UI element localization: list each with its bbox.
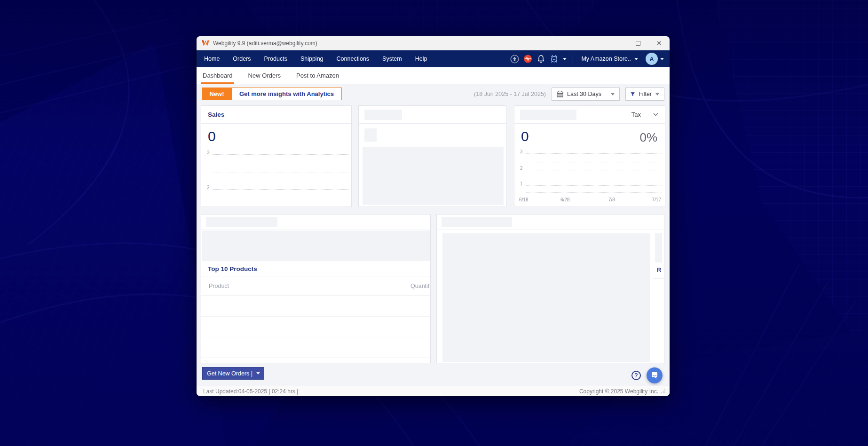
tab-dashboard[interactable]: Dashboard: [201, 67, 234, 84]
bell-icon[interactable]: [537, 55, 545, 64]
window-title: Webgility 9.9 (aditi.verma@webgility.com…: [213, 40, 317, 47]
gridline: [526, 185, 662, 186]
sales-panel-header: Sales: [201, 106, 351, 124]
tax-y-label: 2: [520, 166, 523, 171]
tab-new-orders[interactable]: New Orders: [247, 67, 282, 84]
main-nav: Home Orders Products Shipping Connection…: [197, 50, 670, 67]
gridline: [526, 162, 662, 162]
tax-panel-header: Tax: [514, 106, 665, 124]
nav-item-products[interactable]: Products: [258, 56, 294, 62]
sales-value: 0: [208, 128, 216, 144]
nav-item-system[interactable]: System: [376, 56, 409, 62]
chevron-down-icon: [611, 93, 615, 96]
close-button[interactable]: ✕: [648, 36, 670, 50]
alarm-clock-icon[interactable]: [550, 55, 559, 64]
skeleton-title: [520, 110, 576, 120]
table-row: [201, 296, 430, 317]
caret-down-icon: [256, 372, 260, 374]
copyright-text: Copyright © 2025 Webgility Inc.: [579, 388, 658, 395]
account-caret-icon: [660, 58, 664, 60]
nav-item-connections[interactable]: Connections: [330, 56, 376, 62]
tax-panel: Tax 0 0% 3 2 1 6/18 6/28 7/8 7/17: [514, 105, 665, 207]
nav-item-home[interactable]: Home: [202, 56, 226, 62]
nav-item-help[interactable]: Help: [409, 56, 434, 62]
skeleton-title: [206, 217, 277, 227]
store-selector-dropdown[interactable]: My Amazon Store..: [579, 56, 640, 62]
upgrade-circle-icon[interactable]: [510, 55, 519, 64]
status-bar: Last Updated:04-05-2025 | 02:24 hrs | Co…: [197, 386, 670, 396]
tax-x-label: 6/18: [519, 197, 528, 202]
nav-right-cluster: My Amazon Store.. A: [510, 53, 664, 65]
chat-widget-button[interactable]: [647, 367, 663, 383]
title-bar: Webgility 9.9 (aditi.verma@webgility.com…: [197, 36, 670, 50]
date-filter-toolbar: (18 Jun 2025 - 17 Jul 2025) Last 30 Days…: [474, 88, 664, 101]
resize-grip-icon[interactable]: [661, 389, 666, 394]
tax-value: 0: [521, 128, 529, 144]
gridline: [526, 179, 662, 179]
column-product: Product: [209, 283, 229, 289]
active-tab-underline: [201, 82, 234, 84]
alarm-dropdown-caret-icon[interactable]: [563, 58, 567, 60]
top-products-header: Top 10 Products: [201, 261, 430, 277]
tab-post-to-amazon[interactable]: Post to Amazon: [295, 67, 340, 84]
loading-panel: [358, 105, 506, 207]
date-range-value: Last 30 Days: [567, 91, 601, 97]
date-range-dropdown[interactable]: Last 30 Days: [552, 88, 620, 101]
divider: [653, 278, 663, 279]
loading-section-header: [201, 215, 430, 230]
maximize-button[interactable]: [627, 36, 648, 50]
dashboard-content: New! Get more insights with Analytics (1…: [197, 84, 670, 386]
chevron-down-icon: [655, 93, 659, 96]
table-row: [201, 358, 430, 363]
get-new-orders-button[interactable]: Get New Orders |: [202, 367, 264, 380]
partial-panel-label: R: [657, 266, 661, 273]
activity-pulse-icon[interactable]: [523, 55, 532, 64]
account-menu[interactable]: A: [646, 53, 664, 65]
tax-x-label: 7/8: [608, 197, 615, 202]
loading-panel-header: [359, 106, 506, 124]
gridline: [213, 189, 348, 190]
minimize-button[interactable]: –: [606, 36, 627, 50]
gridline: [213, 154, 348, 155]
skeleton-title: [442, 217, 512, 227]
help-button[interactable]: ?: [631, 371, 641, 380]
analytics-cta-button[interactable]: Get more insights with Analytics: [231, 88, 342, 100]
skeleton-value: [364, 128, 377, 142]
store-caret-icon: [634, 58, 638, 60]
top-products-title: Top 10 Products: [208, 265, 257, 272]
sales-title: Sales: [208, 111, 224, 118]
gridline: [213, 173, 348, 173]
tab-bar: Dashboard New Orders Post to Amazon: [197, 67, 670, 84]
nav-item-orders[interactable]: Orders: [226, 56, 257, 62]
skeleton-block: [202, 231, 430, 261]
maximize-icon: [636, 41, 640, 46]
avatar: A: [646, 53, 658, 65]
skeleton-chart: [363, 147, 504, 205]
tax-x-label: 7/17: [652, 197, 661, 202]
tax-y-label: 3: [520, 149, 523, 154]
filter-dropdown[interactable]: Filter: [625, 88, 664, 101]
skeleton-bar: [655, 233, 662, 263]
store-selector-label: My Amazon Store..: [581, 56, 631, 62]
date-range-text: (18 Jun 2025 - 17 Jul 2025): [474, 91, 546, 97]
column-quantity: Quantity: [410, 283, 431, 289]
gridline: [526, 170, 662, 170]
sales-y-label: 2: [207, 185, 210, 190]
tax-metric-value: Tax: [631, 111, 641, 118]
gridline: [526, 153, 662, 154]
nav-item-shipping[interactable]: Shipping: [294, 56, 330, 62]
skeleton-title: [364, 110, 402, 120]
gridline: [526, 192, 662, 193]
new-badge: New!: [202, 88, 231, 100]
skeleton-chart: [442, 233, 650, 362]
calendar-icon: [557, 91, 563, 97]
chat-icon: [651, 372, 658, 379]
tax-metric-dropdown[interactable]: Tax: [631, 111, 658, 118]
table-header-row: Product Quantity: [201, 277, 430, 296]
status-right: Copyright © 2025 Webgility Inc.: [579, 388, 666, 395]
tax-percent-value: 0%: [639, 130, 657, 145]
nav-divider: [573, 55, 573, 63]
top-products-panel: Top 10 Products Product Quantity: [201, 214, 431, 363]
get-new-orders-caret[interactable]: [255, 372, 264, 374]
loading-section-header: [437, 215, 664, 230]
